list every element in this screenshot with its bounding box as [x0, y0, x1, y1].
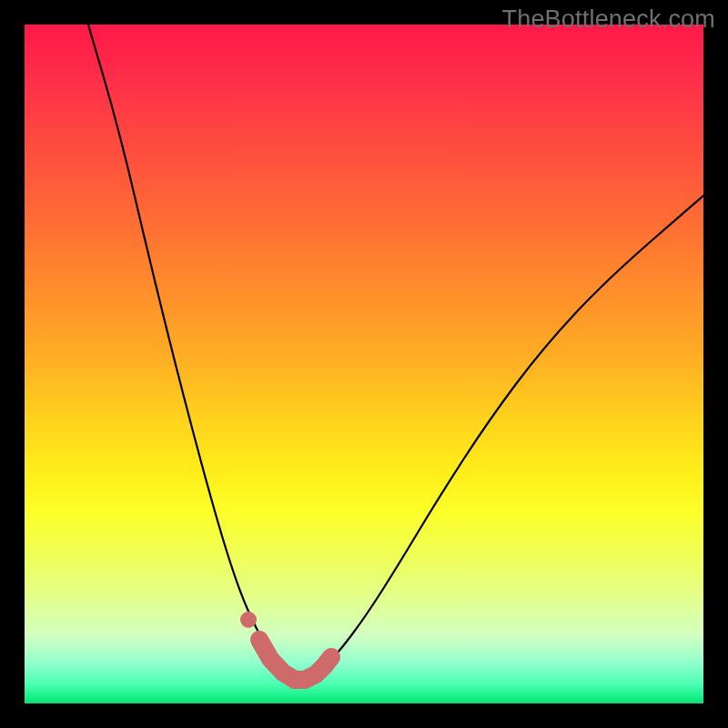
chart-plot-area — [25, 25, 703, 703]
current-config-dot — [240, 612, 257, 628]
watermark-text: TheBottleneck.com — [501, 5, 715, 34]
optimal-range-marker — [259, 640, 331, 680]
bottleneck-curve-svg — [25, 25, 703, 703]
curve-left-branch — [88, 25, 299, 682]
curve-right-branch — [299, 196, 703, 682]
